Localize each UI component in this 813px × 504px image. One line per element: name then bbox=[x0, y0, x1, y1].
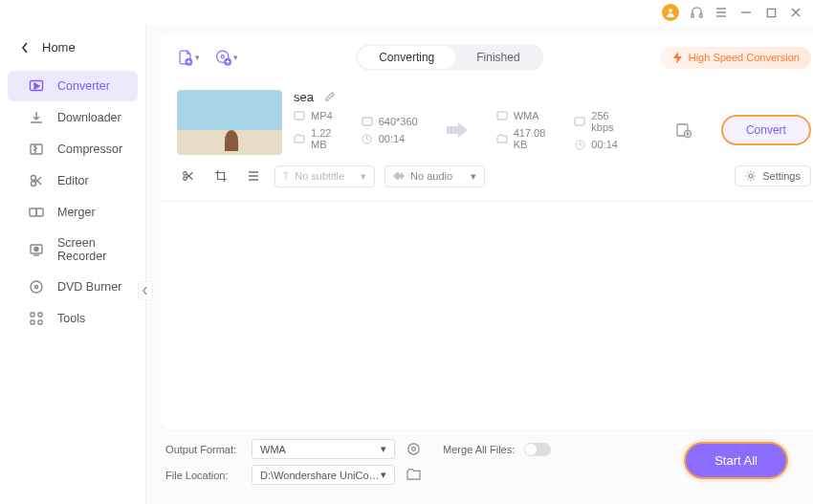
back-chevron-icon bbox=[21, 42, 29, 54]
sidebar-item-label: Merger bbox=[57, 206, 96, 219]
audio-icon bbox=[393, 171, 405, 181]
duration-icon bbox=[362, 133, 373, 144]
video-thumbnail[interactable] bbox=[177, 90, 282, 155]
sidebar-item-dvd-burner[interactable]: DVD Burner bbox=[8, 272, 138, 302]
sidebar-item-label: Downloader bbox=[57, 111, 121, 124]
target-format: WMA bbox=[514, 110, 539, 121]
main-panel: ▾ ▾ Converting Finished High Speed bbox=[146, 25, 813, 504]
format-icon bbox=[496, 110, 508, 121]
subtitle-select[interactable]: T No subtitle ▾ bbox=[275, 165, 375, 187]
target-duration: 00:14 bbox=[591, 139, 618, 150]
svg-rect-46 bbox=[575, 118, 584, 125]
empty-area bbox=[160, 202, 813, 429]
svg-rect-1 bbox=[691, 13, 692, 17]
collapse-sidebar-button[interactable] bbox=[138, 281, 153, 300]
size-icon bbox=[496, 133, 508, 144]
sidebar-item-converter[interactable]: Converter bbox=[8, 71, 138, 101]
file-controls: T No subtitle ▾ No audio ▾ Settings bbox=[160, 155, 813, 202]
svg-rect-12 bbox=[31, 144, 42, 154]
sidebar-item-compressor[interactable]: Compressor bbox=[8, 134, 138, 164]
svg-point-27 bbox=[35, 286, 38, 289]
chevron-down-icon: ▾ bbox=[381, 469, 386, 481]
resolution-icon bbox=[362, 116, 373, 127]
chevron-down-icon: ▾ bbox=[233, 53, 238, 62]
audio-value: No audio bbox=[410, 170, 452, 182]
converter-icon bbox=[29, 78, 44, 94]
maximize-icon[interactable] bbox=[763, 5, 779, 20]
sidebar: Home Converter Downloader Compressor Edi… bbox=[0, 25, 146, 504]
sidebar-item-label: Compressor bbox=[57, 142, 122, 156]
format-settings-icon[interactable] bbox=[405, 441, 422, 458]
settings-label: Settings bbox=[762, 170, 801, 182]
sidebar-item-label: DVD Burner bbox=[57, 280, 121, 294]
merge-toggle[interactable] bbox=[524, 443, 551, 456]
merger-icon bbox=[29, 205, 44, 220]
chevron-down-icon: ▾ bbox=[381, 443, 386, 455]
svg-rect-28 bbox=[31, 313, 34, 317]
bitrate-icon bbox=[574, 116, 585, 127]
file-card: sea MP4 1.22 MB 640*360 bbox=[177, 90, 811, 155]
sidebar-item-screen-recorder[interactable]: Screen Recorder bbox=[8, 229, 138, 271]
convert-button[interactable]: Convert bbox=[721, 115, 811, 145]
source-size: 1.22 MB bbox=[311, 127, 333, 150]
output-format-value: WMA bbox=[260, 444, 286, 455]
source-resolution: 640*360 bbox=[379, 116, 418, 127]
svg-rect-41 bbox=[295, 112, 304, 120]
svg-rect-21 bbox=[30, 208, 36, 216]
high-speed-label: High Speed Conversion bbox=[689, 52, 800, 63]
home-button[interactable]: Home bbox=[0, 34, 145, 70]
svg-point-65 bbox=[407, 444, 418, 454]
svg-point-17 bbox=[32, 176, 36, 181]
svg-point-0 bbox=[669, 9, 672, 12]
close-icon[interactable] bbox=[788, 5, 803, 20]
svg-rect-7 bbox=[767, 9, 775, 16]
tab-finished[interactable]: Finished bbox=[455, 46, 540, 69]
tools-icon bbox=[29, 311, 44, 326]
format-icon bbox=[294, 110, 305, 121]
source-duration: 00:14 bbox=[379, 133, 406, 144]
user-avatar-icon[interactable] bbox=[662, 4, 679, 21]
audio-select[interactable]: No audio ▾ bbox=[385, 165, 485, 187]
add-file-button[interactable]: ▾ bbox=[177, 46, 200, 69]
toolbar: ▾ ▾ Converting Finished High Speed bbox=[160, 34, 813, 80]
tab-group: Converting Finished bbox=[356, 44, 542, 71]
svg-point-26 bbox=[31, 281, 42, 293]
chevron-down-icon: ▾ bbox=[471, 170, 476, 183]
add-dvd-button[interactable]: ▾ bbox=[215, 46, 238, 69]
sidebar-item-tools[interactable]: Tools bbox=[8, 303, 138, 334]
settings-button[interactable]: Settings bbox=[735, 165, 811, 186]
output-format-select[interactable]: WMA ▾ bbox=[252, 439, 395, 459]
svg-point-64 bbox=[749, 174, 753, 178]
chevron-down-icon: ▾ bbox=[195, 53, 200, 62]
file-list: sea MP4 1.22 MB 640*360 bbox=[160, 80, 813, 155]
start-all-button[interactable]: Start All bbox=[684, 442, 788, 479]
titlebar bbox=[0, 0, 813, 25]
sidebar-item-downloader[interactable]: Downloader bbox=[8, 102, 138, 133]
svg-rect-22 bbox=[36, 208, 43, 216]
downloader-icon bbox=[29, 110, 44, 125]
compressor-icon bbox=[29, 142, 44, 157]
sidebar-item-editor[interactable]: Editor bbox=[8, 165, 138, 196]
menu-icon[interactable] bbox=[714, 5, 729, 20]
target-bitrate: 256 kbps bbox=[591, 110, 618, 133]
crop-icon[interactable] bbox=[209, 164, 232, 187]
tab-converting[interactable]: Converting bbox=[358, 46, 455, 69]
home-label: Home bbox=[42, 40, 76, 55]
open-folder-icon[interactable] bbox=[405, 467, 422, 484]
svg-marker-40 bbox=[673, 52, 682, 64]
headset-icon[interactable] bbox=[689, 5, 704, 20]
edit-name-icon[interactable] bbox=[323, 91, 336, 103]
sidebar-item-label: Tools bbox=[57, 312, 85, 325]
svg-point-52 bbox=[184, 177, 187, 181]
high-speed-badge[interactable]: High Speed Conversion bbox=[661, 47, 811, 69]
effects-icon[interactable] bbox=[242, 164, 265, 187]
sidebar-item-label: Converter bbox=[57, 79, 110, 93]
minimize-icon[interactable] bbox=[738, 5, 754, 20]
output-settings-icon[interactable] bbox=[675, 121, 692, 139]
output-format-label: Output Format: bbox=[165, 444, 242, 455]
target-size: 417.08 KB bbox=[514, 127, 546, 150]
trim-icon[interactable] bbox=[177, 164, 200, 187]
file-location-select[interactable]: D:\Wondershare UniConverter 1 ▾ bbox=[252, 465, 395, 485]
sidebar-item-merger[interactable]: Merger bbox=[8, 197, 138, 228]
svg-point-18 bbox=[32, 182, 36, 186]
